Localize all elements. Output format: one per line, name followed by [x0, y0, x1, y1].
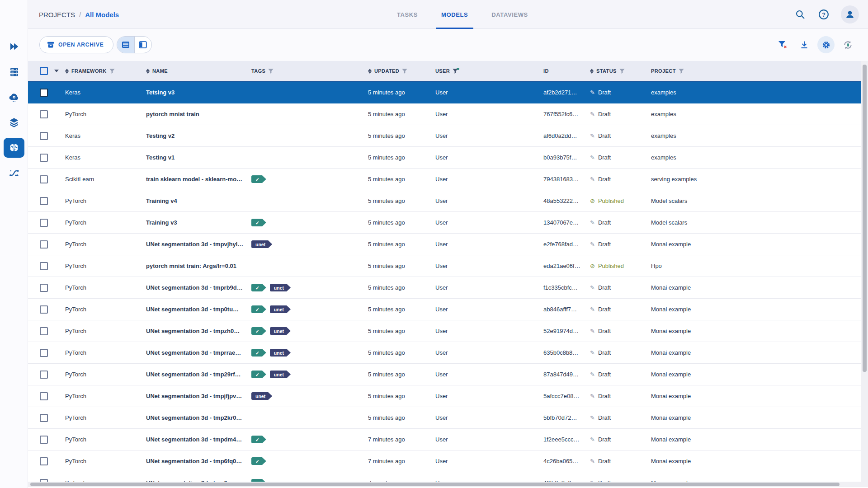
row-checkbox[interactable]: [40, 349, 48, 357]
cell-name[interactable]: UNet segmentation 3d - tmpvjhyl…: [143, 241, 249, 248]
cell-name[interactable]: Testing v2: [143, 132, 249, 139]
table-row[interactable]: PyTorch Training v3 ✓ 5 minutes ago User…: [28, 212, 861, 234]
header-user[interactable]: USER: [433, 68, 541, 74]
row-checkbox[interactable]: [40, 392, 48, 400]
cell-name[interactable]: UNet segmentation 3d - tmprrae…: [143, 349, 249, 356]
row-checkbox[interactable]: [40, 371, 48, 379]
cell-name[interactable]: Testing v1: [143, 154, 249, 161]
user-avatar[interactable]: [841, 5, 859, 23]
settings-button[interactable]: [817, 36, 835, 53]
header-status[interactable]: STATUS: [588, 68, 648, 74]
header-framework[interactable]: FRAMEWORK: [63, 68, 143, 74]
select-all-checkbox[interactable]: [40, 67, 48, 75]
header-tags[interactable]: TAGS: [249, 68, 365, 74]
table-row[interactable]: PyTorch UNet segmentation 3d - tmprrae… …: [28, 342, 861, 364]
sidebar-item-autoscalers[interactable]: [4, 87, 24, 107]
header-updated[interactable]: UPDATED: [365, 68, 433, 74]
breadcrumb-current[interactable]: All Models: [85, 11, 119, 19]
filter-icon[interactable]: [679, 69, 684, 74]
cell-name[interactable]: Training v4: [143, 197, 249, 204]
open-archive-button[interactable]: OPEN ARCHIVE: [39, 36, 113, 53]
table-row[interactable]: PyTorch UNet segmentation 3d - tmpzh0… ✓…: [28, 320, 861, 342]
row-checkbox[interactable]: [40, 327, 48, 335]
download-button[interactable]: [796, 36, 813, 53]
cell-name[interactable]: pytorch mnist train: [143, 111, 249, 117]
row-checkbox[interactable]: [40, 219, 48, 227]
cell-name[interactable]: UNet segmentation 3d - tmp29rf…: [143, 371, 249, 378]
table-row[interactable]: PyTorch UNet segmentation 3d - tmprb9d… …: [28, 277, 861, 299]
cell-name[interactable]: Tetsing v3: [143, 89, 249, 96]
table-row[interactable]: PyTorch UNet segmentation 3d - tmp2kr0… …: [28, 407, 861, 429]
breadcrumb-root[interactable]: PROJECTS: [39, 11, 75, 19]
detail-view-button[interactable]: [134, 37, 151, 53]
table-row[interactable]: PyTorch UNet segmentation 3d - tmpdm4… ✓…: [28, 429, 861, 450]
sort-icon[interactable]: [368, 69, 372, 74]
cell-name[interactable]: UNet segmentation 3d - tmp2kr0…: [143, 414, 249, 421]
row-checkbox[interactable]: [40, 197, 48, 205]
sort-icon[interactable]: [146, 69, 150, 74]
row-checkbox[interactable]: [40, 89, 48, 97]
table-row[interactable]: PyTorch pytorch mnist train: Args/lr=0.0…: [28, 255, 861, 277]
header-project[interactable]: PROJECT: [648, 68, 861, 74]
row-checkbox[interactable]: [40, 262, 48, 270]
clear-filters-button[interactable]: [774, 36, 791, 53]
row-checkbox[interactable]: [40, 305, 48, 314]
tab-tasks[interactable]: TASKS: [385, 0, 429, 29]
tab-dataviews[interactable]: DATAVIEWS: [480, 0, 540, 29]
tab-models[interactable]: MODELS: [429, 0, 480, 29]
cell-name[interactable]: pytorch mnist train: Args/lr=0.01: [143, 263, 249, 269]
table-row[interactable]: Keras Testing v1 5 minutes ago User b0a9…: [28, 147, 861, 169]
cell-name[interactable]: UNet segmentation 3d - tmp6fq0…: [143, 458, 249, 465]
row-checkbox[interactable]: [40, 436, 48, 444]
table-row[interactable]: ScikitLearn train sklearn model - sklear…: [28, 169, 861, 190]
sidebar-item-projects[interactable]: [4, 37, 24, 56]
row-checkbox[interactable]: [40, 240, 48, 249]
table-row[interactable]: PyTorch UNet segmentation 3d - tmp0tu… ✓…: [28, 299, 861, 320]
sidebar-item-models[interactable]: [4, 138, 24, 158]
help-button[interactable]: ?: [817, 8, 830, 21]
row-checkbox[interactable]: [40, 110, 48, 118]
table-row[interactable]: PyTorch UNet segmentation 3d - tmp6fq0… …: [28, 450, 861, 472]
auto-refresh-button[interactable]: [839, 36, 856, 53]
header-name[interactable]: NAME: [143, 68, 249, 74]
row-checkbox[interactable]: [40, 154, 48, 162]
cell-name[interactable]: UNet segmentation 3d - tmpjfjpv…: [143, 393, 249, 399]
filter-icon[interactable]: [402, 69, 407, 74]
header-id[interactable]: ID: [541, 68, 588, 74]
cell-name[interactable]: UNet segmentation 3d - tmpzh0…: [143, 328, 249, 334]
vertical-scrollbar-thumb[interactable]: [863, 65, 867, 372]
row-checkbox[interactable]: [40, 132, 48, 140]
sidebar-item-workers-queues[interactable]: [4, 62, 24, 82]
cell-name[interactable]: UNet segmentation 3d - tmp0tu…: [143, 306, 249, 313]
table-row[interactable]: PyTorch UNet segmentation 3d - tmp0ap… ✓…: [28, 472, 861, 482]
sidebar-item-pipelines[interactable]: [4, 163, 24, 183]
filter-icon[interactable]: [619, 69, 625, 74]
table-row[interactable]: Keras Tetsing v3 5 minutes ago User af2b…: [28, 82, 861, 103]
filter-icon[interactable]: [268, 69, 274, 74]
table-row[interactable]: PyTorch Training v4 5 minutes ago User 4…: [28, 190, 861, 212]
sort-icon[interactable]: [65, 69, 69, 74]
sort-icon[interactable]: [590, 69, 594, 74]
cell-name[interactable]: Training v3: [143, 219, 249, 226]
row-checkbox[interactable]: [40, 457, 48, 465]
search-button[interactable]: [794, 8, 807, 21]
row-checkbox[interactable]: [40, 284, 48, 292]
table-row[interactable]: PyTorch UNet segmentation 3d - tmpvjhyl……: [28, 234, 861, 255]
horizontal-scrollbar[interactable]: [28, 482, 868, 487]
cell-name[interactable]: UNet segmentation 3d - tmprb9d…: [143, 284, 249, 291]
table-view-button[interactable]: [117, 37, 134, 53]
filter-icon-active[interactable]: [453, 69, 458, 74]
select-dropdown-caret-icon[interactable]: [54, 70, 59, 72]
table-row[interactable]: PyTorch pytorch mnist train 5 minutes ag…: [28, 103, 861, 125]
sidebar-item-datasets[interactable]: [4, 113, 24, 132]
table-row[interactable]: Keras Testing v2 5 minutes ago User af6d…: [28, 125, 861, 147]
filter-icon[interactable]: [109, 69, 115, 74]
table-row[interactable]: PyTorch UNet segmentation 3d - tmp29rf… …: [28, 364, 861, 385]
table-row[interactable]: PyTorch UNet segmentation 3d - tmpjfjpv……: [28, 385, 861, 407]
row-checkbox[interactable]: [40, 175, 48, 183]
horizontal-scrollbar-thumb[interactable]: [30, 483, 840, 486]
row-checkbox[interactable]: [40, 414, 48, 422]
vertical-scrollbar[interactable]: [861, 61, 868, 482]
cell-name[interactable]: train sklearn model - sklearn-mo…: [143, 176, 249, 183]
cell-name[interactable]: UNet segmentation 3d - tmpdm4…: [143, 436, 249, 443]
